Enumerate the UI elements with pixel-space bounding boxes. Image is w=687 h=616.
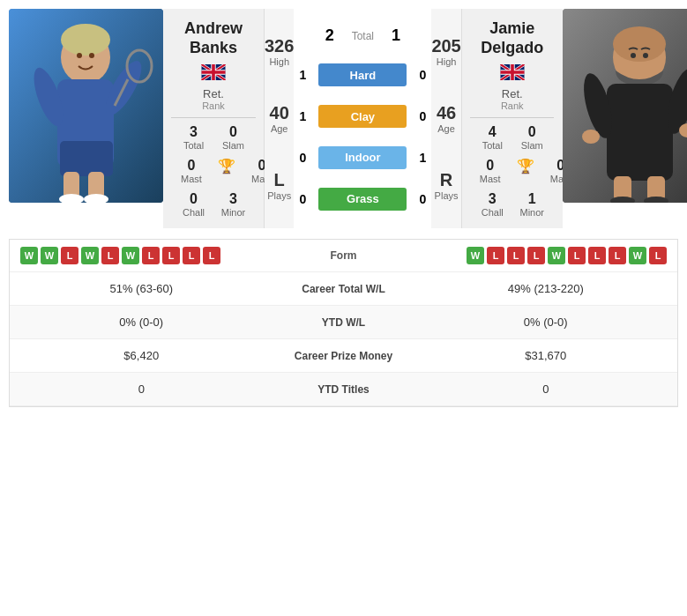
clay-left: 1: [294, 109, 311, 123]
ytd-wl-label: YTD W/L: [273, 316, 414, 329]
left-player-name: Andrew Banks: [167, 19, 260, 57]
svg-point-23: [582, 130, 600, 144]
hard-row: 1 Hard 0: [294, 63, 431, 86]
clay-row: 1 Clay 0: [294, 105, 431, 128]
left-form-6: W: [122, 247, 139, 264]
right-minor-val: 1: [528, 191, 536, 207]
right-chall-cell: 3 Chall: [474, 191, 510, 218]
left-form-10: L: [203, 247, 220, 264]
indoor-row: 0 Indoor 1: [294, 146, 431, 169]
right-form-6: L: [568, 247, 586, 264]
right-center-stats: 205 High 46 Age R Plays: [431, 9, 460, 228]
right-slam-val: 0: [528, 124, 536, 140]
left-form-7: L: [142, 247, 160, 264]
right-mast-lbl: Mast: [480, 174, 501, 184]
left-plays: L Plays: [267, 170, 291, 201]
left-form-1: W: [20, 247, 38, 264]
right-minor-cell: 1 Minor: [514, 191, 549, 218]
prize-left: $6,420: [10, 349, 273, 362]
career-wl-row: 51% (63-60) Career Total W/L 49% (213-22…: [10, 272, 677, 306]
right-form-3: L: [507, 247, 525, 264]
right-trophy-cell: 🏆: [508, 158, 543, 184]
clay-right: 0: [414, 109, 431, 123]
left-stat-row-2: 0 Mast 🏆 0 Main: [167, 154, 260, 188]
left-age: 40 Age: [270, 103, 289, 134]
right-form-9: W: [629, 247, 646, 264]
left-player-name-section: Andrew Banks: [167, 16, 260, 61]
right-stat-row-2: 0 Mast 🏆 0 Main: [466, 154, 559, 188]
left-trophy-icon: 🏆: [218, 158, 235, 174]
left-age-val: 40: [270, 103, 289, 123]
svg-point-13: [77, 53, 82, 58]
svg-point-19: [613, 26, 666, 62]
career-wl-label: Career Total W/L: [273, 283, 414, 295]
right-mast-cell: 0 Mast: [473, 158, 508, 184]
svg-point-2: [61, 24, 110, 56]
left-minor-lbl: Minor: [221, 207, 246, 218]
hard-right: 0: [414, 68, 431, 82]
left-minor-cell: 3 Minor: [216, 191, 251, 218]
left-form-5: L: [101, 247, 119, 264]
score-total-row: 2 Total 1: [325, 26, 400, 45]
right-high-lbl: High: [437, 56, 457, 67]
clay-badge: Clay: [318, 105, 407, 128]
right-player-name-section: Jamie Delgado: [466, 16, 559, 61]
left-age-lbl: Age: [271, 123, 288, 134]
left-mast-val: 0: [188, 158, 196, 174]
right-flag-icon: [500, 64, 525, 80]
total-label: Total: [352, 30, 374, 42]
right-slam-cell: 0 Slam: [514, 124, 549, 151]
indoor-badge: Indoor: [318, 146, 407, 169]
left-flag-icon: [201, 64, 226, 80]
left-stat-row-3: 0 Chall 3 Minor: [167, 188, 260, 221]
left-slam-cell: 0 Slam: [216, 124, 251, 151]
right-chall-val: 3: [489, 191, 497, 207]
right-chall-lbl: Chall: [482, 207, 504, 218]
ytd-wl-left: 0% (0-0): [10, 315, 273, 329]
left-total-cell: 3 Total: [176, 124, 212, 151]
svg-rect-20: [607, 84, 673, 181]
ytd-wl-right: 0% (0-0): [414, 315, 678, 329]
right-plays: R Plays: [435, 170, 459, 201]
main-container: Andrew Banks Ret. Rank 3 Total: [0, 0, 687, 416]
right-form-5: W: [548, 247, 565, 264]
left-stat-row-1: 3 Total 0 Slam: [167, 121, 260, 154]
left-slam-lbl: Slam: [222, 140, 244, 151]
right-age-val: 46: [437, 103, 456, 123]
left-high-val: 326: [265, 36, 294, 56]
right-rank-sub: Rank: [501, 100, 524, 111]
right-trophy-icon: 🏆: [517, 158, 534, 174]
left-rank-high: 326 High: [265, 36, 294, 67]
left-chall-cell: 0 Chall: [176, 191, 212, 218]
left-rank-label: Ret.: [203, 87, 224, 100]
right-rank: Ret. Rank: [501, 84, 524, 115]
left-form-8: L: [162, 247, 180, 264]
right-rank-label: Ret.: [502, 87, 523, 100]
right-minor-lbl: Minor: [519, 207, 544, 218]
prize-right: $31,670: [414, 349, 678, 362]
form-row: W W L W L W L L L L Form W L L L W L L L: [10, 240, 677, 272]
svg-point-30: [643, 53, 648, 58]
left-form-9: L: [183, 247, 200, 264]
left-total-lbl: Total: [183, 140, 204, 151]
right-stat-row-1: 4 Total 0 Slam: [466, 121, 559, 154]
score-section: 2 Total 1 1 Hard 0 1 Clay 0 0 Indoor 1 0: [294, 9, 431, 228]
grass-left: 0: [294, 192, 311, 206]
grass-right: 0: [414, 192, 431, 206]
right-age: 46 Age: [437, 103, 456, 134]
right-plays-val: R: [440, 170, 452, 190]
right-player-name: Jamie Delgado: [466, 19, 559, 57]
right-mast-val: 0: [486, 158, 494, 174]
left-total-val: 3: [190, 124, 198, 140]
indoor-left: 0: [294, 151, 311, 165]
right-total-val: 4: [489, 124, 497, 140]
career-wl-left: 51% (63-60): [10, 282, 273, 295]
right-rank-high: 205 High: [431, 36, 460, 67]
hard-badge: Hard: [318, 63, 407, 86]
right-stats-panel: Jamie Delgado Ret. Rank 4 Total: [461, 9, 563, 228]
left-chall-lbl: Chall: [183, 207, 205, 218]
left-center-stats: 326 High 40 Age L Plays: [265, 9, 294, 228]
right-form-1: W: [467, 247, 484, 264]
left-minor-val: 3: [229, 191, 237, 207]
right-total-lbl: Total: [482, 140, 503, 151]
